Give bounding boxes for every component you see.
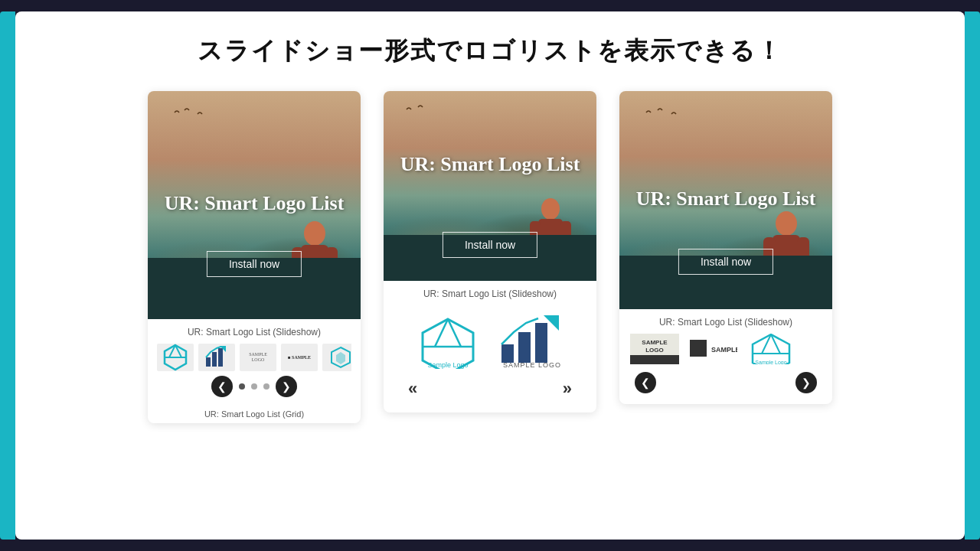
svg-rect-41 — [630, 355, 679, 364]
card-center-next-btn[interactable]: » — [563, 379, 572, 399]
birds-icon-center — [403, 103, 445, 116]
svg-text:SAMPLE LOGO: SAMPLE LOGO — [503, 361, 561, 369]
dot-3 — [263, 383, 270, 390]
svg-marker-15 — [336, 352, 345, 364]
card-left-subtitle: UR: Smart Logo List (Slideshow) — [157, 327, 351, 337]
logo-lg-hex: Sample Logo — [410, 313, 486, 370]
card-right-title: UR: Smart Logo List — [635, 186, 816, 212]
card-center-title: UR: Smart Logo List — [400, 152, 580, 178]
svg-rect-3 — [325, 247, 338, 276]
svg-rect-20 — [540, 254, 550, 281]
card-center-hero: UR: Smart Logo List Install now — [384, 91, 596, 281]
page-title: スライドショー形式でロゴリストを表示できる！ — [198, 34, 782, 68]
logo-right-1: SAMPLE LOGO — [629, 334, 681, 364]
logo-bar — [198, 344, 235, 371]
card-right-prev-btn[interactable]: ❮ — [635, 372, 656, 393]
logo-right-2: SAMPLE — [687, 334, 739, 364]
svg-rect-42 — [690, 340, 707, 357]
svg-text:Sample Logo: Sample Logo — [755, 360, 786, 364]
cards-row: UR: Smart Logo List Install now UR: Smar… — [148, 91, 832, 423]
svg-point-16 — [541, 198, 560, 220]
main-container: スライドショー形式でロゴリストを表示できる！ — [15, 11, 965, 540]
card-center: UR: Smart Logo List Install now UR: Smar… — [384, 91, 596, 412]
card-center-prev-btn[interactable]: « — [408, 379, 417, 399]
birds-icon — [171, 105, 217, 120]
card-left: UR: Smart Logo List Install now UR: Smar… — [148, 91, 361, 423]
svg-rect-36 — [774, 276, 785, 309]
card-right-subtitle: UR: Smart Logo List (Slideshow) — [629, 317, 823, 328]
svg-point-32 — [776, 211, 797, 236]
svg-rect-35 — [797, 237, 809, 266]
card-left-title: UR: Smart Logo List — [164, 191, 345, 217]
card-left-next-btn[interactable]: ❯ — [276, 376, 297, 397]
dot-2 — [251, 383, 257, 390]
svg-rect-21 — [551, 254, 561, 281]
card-left-nav: ❮ ❯ — [157, 376, 351, 397]
svg-rect-29 — [535, 323, 547, 363]
svg-text:SAMPLE: SAMPLE — [711, 346, 737, 354]
card-center-logo-strip: Sample Logo SAMPLE LOGO — [393, 305, 587, 374]
card-center-install-btn[interactable]: Install now — [443, 232, 537, 258]
svg-rect-19 — [560, 221, 571, 247]
card-left-hero: UR: Smart Logo List Install now — [148, 91, 361, 319]
card-right-logo-strip: SAMPLE LOGO SAMPLE — [629, 334, 823, 364]
dot-1 — [239, 383, 245, 390]
card-center-body: UR: Smart Logo List (Slideshow) Sample L… — [384, 281, 596, 412]
svg-rect-12 — [218, 348, 223, 367]
svg-rect-27 — [501, 344, 514, 363]
svg-rect-28 — [518, 332, 531, 363]
svg-rect-11 — [212, 352, 217, 367]
card-right-install-btn[interactable]: Install now — [678, 249, 773, 275]
card-right: UR: Smart Logo List Install now UR: Smar… — [619, 91, 832, 404]
svg-text:Sample Logo: Sample Logo — [427, 361, 468, 369]
svg-rect-1 — [301, 245, 328, 287]
svg-rect-33 — [773, 235, 800, 277]
card-center-subtitle: UR: Smart Logo List (Slideshow) — [393, 289, 587, 299]
svg-rect-17 — [538, 219, 563, 256]
svg-rect-4 — [302, 285, 313, 319]
svg-point-0 — [304, 221, 325, 246]
card-left-logo-strip: SAMPLELOGO ■ SAMPLE — [157, 344, 351, 371]
card-center-nav: « » — [393, 374, 587, 406]
card-right-nav: ❮ ❯ — [629, 369, 823, 398]
card-right-hero: UR: Smart Logo List Install now — [619, 91, 832, 309]
svg-rect-37 — [788, 276, 799, 309]
card-left-body: UR: Smart Logo List (Slideshow) — [148, 319, 361, 406]
svg-rect-10 — [206, 357, 211, 367]
card-left-footer: UR: Smart Logo List (Grid) — [148, 406, 361, 423]
card-left-prev-btn[interactable]: ❮ — [211, 376, 233, 397]
birds-icon-right — [642, 105, 688, 120]
logo-lg-bar: SAMPLE LOGO — [494, 313, 570, 370]
logo-right-3: Sample Logo — [745, 334, 797, 364]
logo-hex — [157, 344, 194, 371]
logo-sample1: SAMPLELOGO — [240, 344, 276, 371]
card-right-body: UR: Smart Logo List (Slideshow) SAMPLE L… — [619, 309, 832, 404]
logo-sample3 — [322, 344, 351, 371]
svg-text:SAMPLE: SAMPLE — [642, 339, 668, 346]
svg-rect-5 — [316, 285, 327, 319]
svg-text:LOGO: LOGO — [645, 347, 664, 354]
card-right-next-btn[interactable]: ❯ — [795, 372, 817, 393]
logo-sample2: ■ SAMPLE — [281, 344, 318, 371]
card-left-install-btn[interactable]: Install now — [207, 251, 302, 277]
